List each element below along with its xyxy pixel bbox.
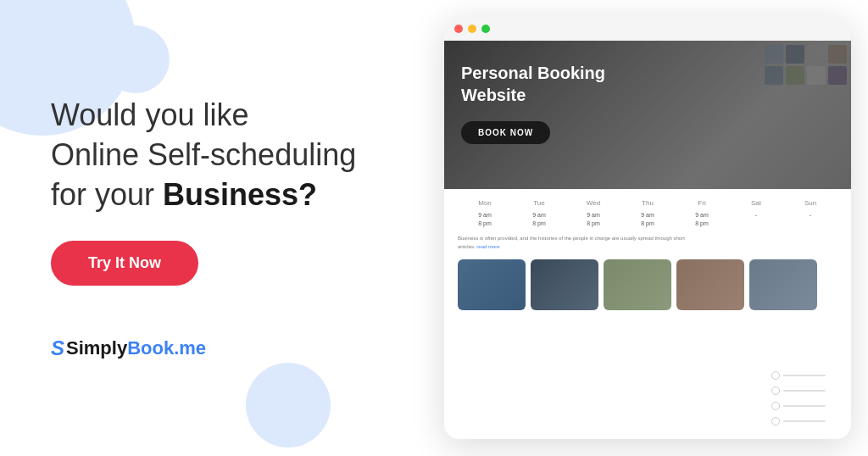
mock-paragraph: Business is often provided, and the hist… (458, 235, 695, 251)
cal-wed: Wed (566, 199, 620, 207)
strip-photo-3 (604, 259, 671, 310)
sidebar-circle-2 (771, 386, 780, 395)
hero-content: Personal BookingWebsite BOOK NOW (461, 62, 605, 144)
strip-photo-4 (676, 259, 744, 310)
cal-col-sun: - (783, 212, 837, 226)
browser-dot-red (454, 25, 463, 33)
sidebar-line-2 (783, 390, 826, 392)
cal-sun: Sun (783, 199, 837, 207)
calendar-header: Mon Tue Wed Thu Fri Sat Sun (458, 199, 837, 207)
cal-col-sat: - (729, 212, 783, 226)
hero-title: Personal BookingWebsite (461, 62, 605, 106)
mock-browser: Personal BookingWebsite BOOK NOW Mon Tue… (444, 17, 851, 439)
sidebar-icons (771, 371, 826, 425)
book-now-button[interactable]: BOOK NOW (461, 121, 550, 144)
mock-hero: Personal BookingWebsite BOOK NOW (444, 41, 851, 189)
photo-strip (458, 259, 837, 310)
headline: Would you like Online Self-scheduling fo… (51, 96, 373, 214)
sidebar-circle-4 (771, 417, 780, 425)
cal-fri: Fri (675, 199, 729, 207)
read-more-link[interactable]: read more (476, 244, 499, 249)
sidebar-icon-row-1 (771, 371, 826, 380)
cal-thu: Thu (620, 199, 675, 207)
strip-photo-1 (458, 259, 526, 310)
sidebar-circle-3 (771, 402, 780, 410)
headline-line3-text: for your (51, 177, 163, 212)
cal-col-mon: 9 am 8 pm (458, 212, 512, 226)
logo-bookme: Book.me (127, 337, 206, 359)
cal-col-fri: 9 am 8 pm (675, 212, 729, 226)
sidebar-circle-1 (771, 371, 780, 380)
headline-line1: Would you like (51, 97, 248, 132)
browser-bar (444, 17, 851, 41)
sidebar-icon-row-2 (771, 386, 826, 395)
strip-photo-5 (749, 259, 817, 310)
headline-bold: Business? (163, 177, 317, 212)
sidebar-line-4 (783, 420, 826, 422)
sidebar-icon-row-3 (771, 402, 826, 410)
cal-mon: Mon (458, 199, 512, 207)
cal-col-wed: 9 am 8 pm (566, 212, 620, 226)
browser-dot-yellow (468, 25, 476, 33)
cal-col-thu: 9 am 8 pm (620, 212, 675, 226)
sidebar-line-1 (783, 375, 826, 376)
sidebar-icon-row-4 (771, 417, 826, 425)
logo: S SimplyBook.me (51, 336, 373, 360)
left-panel: Would you like Online Self-scheduling fo… (51, 0, 373, 456)
right-panel: Personal BookingWebsite BOOK NOW Mon Tue… (444, 17, 851, 439)
mock-content: Mon Tue Wed Thu Fri Sat Sun 9 am 8 pm 9 … (444, 189, 851, 439)
calendar-times: 9 am 8 pm 9 am 8 pm 9 am 8 pm 9 am 8 pm (458, 212, 837, 226)
cal-col-tue: 9 am 8 pm (512, 212, 566, 226)
strip-photo-2 (531, 259, 598, 310)
headline-line3: for your Business? (51, 177, 317, 212)
logo-simply: Simply (66, 337, 127, 359)
cal-sat: Sat (729, 199, 783, 207)
sidebar-line-3 (783, 405, 826, 407)
try-it-now-button[interactable]: Try It Now (51, 241, 198, 286)
logo-text: SimplyBook.me (66, 337, 206, 359)
cal-tue: Tue (512, 199, 566, 207)
headline-line2: Online Self-scheduling (51, 137, 356, 172)
mock-calendar: Mon Tue Wed Thu Fri Sat Sun 9 am 8 pm 9 … (458, 199, 837, 226)
browser-dot-green (481, 25, 490, 33)
logo-s-icon: S (51, 336, 64, 360)
